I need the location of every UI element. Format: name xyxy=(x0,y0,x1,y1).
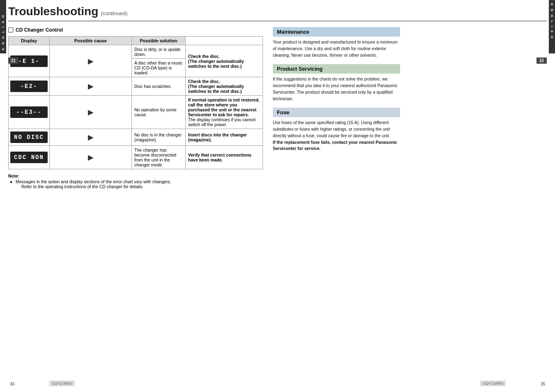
display-cell-3: NO DISC xyxy=(10,131,48,143)
page-number-right: 35 xyxy=(541,382,545,386)
right-column: Maintenance Your product is designed and… xyxy=(273,27,400,189)
main-content: CD Changer Control Display Possible caus… xyxy=(8,21,547,189)
product-servicing-content: If the suggestions in the charts do not … xyxy=(273,76,400,102)
note-text-1: Messages in the action and display secti… xyxy=(16,179,171,189)
note-label: Note: xyxy=(8,173,263,178)
display-cell-2: --E3-- xyxy=(10,106,48,118)
display-cell-1: -E2- xyxy=(10,81,48,92)
maintenance-content: Your product is designed and manufacture… xyxy=(273,39,400,58)
col-cause: Possible cause xyxy=(50,37,132,45)
col-solution: Possible solution xyxy=(132,37,186,45)
cause-cell-3-0: No disc is in the changer (magazine). xyxy=(132,129,186,146)
model-right: CQ-C1300U xyxy=(480,380,506,386)
left-column: CD Changer Control Display Possible caus… xyxy=(8,27,263,189)
page-subtitle: (continued) xyxy=(101,10,127,16)
maintenance-box: Maintenance Your product is designed and… xyxy=(273,27,400,58)
solution-cell-4: Verify that correct connections have bee… xyxy=(185,146,263,169)
model-left: CQ-C1300U xyxy=(49,380,75,386)
cause-cell-1-0: Disc has scratches. xyxy=(132,77,186,96)
fuse-box: Fuse Use fuses of the same specified rat… xyxy=(273,108,400,152)
table-row: -E2- ▶Disc has scratches.Check the disc.… xyxy=(9,77,263,96)
solution-cell-2: If normal operation is not restored, cal… xyxy=(185,96,263,129)
right-side-tab: E N G L I S H xyxy=(549,0,555,53)
section-title: CD Changer Control xyxy=(16,27,63,33)
table-row: CDC NON ▶The changer has become disconne… xyxy=(9,146,263,169)
product-servicing-box: Product Servicing If the suggestions in … xyxy=(273,64,400,102)
solution-cell-1: Check the disc.(The changer automaticall… xyxy=(185,77,263,96)
note-bullet-1: ● Messages in the action and display sec… xyxy=(8,179,263,189)
fuse-title: Fuse xyxy=(273,108,400,117)
solution-cell-0: Check the disc.(The changer automaticall… xyxy=(185,45,263,77)
left-side-tab: E N G L I S H xyxy=(0,0,6,53)
maintenance-title: Maintenance xyxy=(273,27,400,37)
page-title: Troubleshooting xyxy=(8,5,98,18)
cause-cell-0-1: A disc other than a music CD (CD-DA type… xyxy=(132,59,186,77)
cause-cell-2-0: No operation by some cause. xyxy=(132,96,186,129)
section-header: CD Changer Control xyxy=(8,27,263,33)
product-servicing-title: Product Servicing xyxy=(273,64,400,74)
display-cell-4: CDC NON xyxy=(10,152,48,163)
solution-cell-3: Insert discs into the changer (magazine)… xyxy=(185,129,263,146)
col-display: Display xyxy=(9,37,50,45)
trouble-table: Display Possible cause Possible solution… xyxy=(8,36,263,169)
cause-cell-0-0: Disc is dirty, or is upside down. xyxy=(132,45,186,59)
page-number-left: 34 xyxy=(10,382,14,386)
table-row: NO DISC ▶No disc is in the changer (maga… xyxy=(9,129,263,146)
page-badge-right: 22 xyxy=(537,58,547,64)
table-row: -E 1- ▶Disc is dirty, or is upside down.… xyxy=(9,45,263,59)
page-header: Troubleshooting (continued) xyxy=(8,0,547,21)
fuse-content: Use fuses of the same specified rating (… xyxy=(273,120,400,152)
table-row: --E3-- ▶No operation by some cause.If no… xyxy=(9,96,263,129)
cause-cell-4-0: The changer has become disconnected from… xyxy=(132,146,186,169)
note-section: Note: ● Messages in the action and displ… xyxy=(8,173,263,189)
page-badge-left: 21 xyxy=(8,58,18,64)
section-checkbox-icon xyxy=(8,28,13,32)
